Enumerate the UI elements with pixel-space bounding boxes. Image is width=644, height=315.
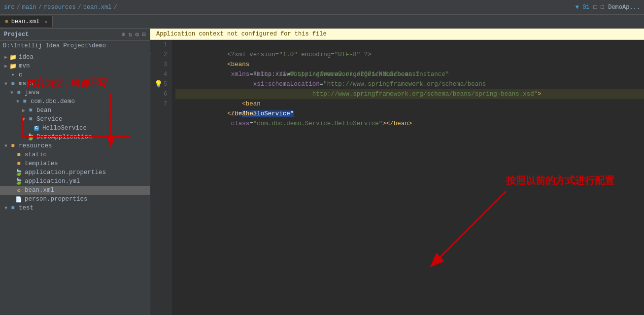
line-num-4: 4: [154, 70, 167, 79]
sidebar-item-mvn[interactable]: ▶ 📁 mvn: [0, 62, 150, 70]
sidebar-label-templates: templates: [25, 160, 58, 167]
main-layout: Project ⊕ ⇅ ⚙ ⊟ D:\Intellij Idea Project…: [0, 29, 644, 315]
app-name: DemoAp...: [608, 4, 640, 11]
line-num-7: ▼ 7: [154, 99, 167, 109]
line-num-1: 1: [154, 40, 167, 50]
sidebar-item-application-properties[interactable]: 🍃 application.properties: [0, 168, 150, 177]
folder-icon-com: ■: [21, 98, 29, 105]
xml-icon-bean-xml: ⚙: [15, 186, 23, 194]
code-lines: <?xml version="1.0" encoding="UTF-8" ?> …: [171, 40, 644, 315]
sidebar-label-hello-service: HelloService: [42, 125, 87, 132]
line1-pi: <?xml version="1.0" encoding="UTF-8" ?>: [227, 51, 372, 58]
sidebar-label-c: c: [19, 71, 23, 78]
folder-icon-c: ▪: [9, 71, 17, 79]
sidebar-item-bean-xml[interactable]: ⚙ bean.xml: [0, 186, 150, 195]
editor-area[interactable]: 1 ▼ 2 3 4 💡5 6 ▼ 7: [150, 40, 644, 315]
sidebar-item-static[interactable]: ■ static: [0, 150, 150, 159]
arrow-idea: ▶: [3, 54, 9, 60]
add-icon[interactable]: ⊕: [122, 31, 126, 38]
spring-icon-demo-app: 🍃: [27, 133, 34, 141]
folder-icon-mvn: 📁: [9, 62, 17, 70]
arrow-java: ▼: [9, 90, 15, 96]
folder-icon-idea: 📁: [9, 53, 17, 61]
props-icon-person: 📄: [15, 195, 23, 203]
sidebar-label-demo-app: DemoApplication: [36, 134, 92, 140]
sidebar-item-demo-application[interactable]: 🍃 DemoApplication: [0, 133, 150, 141]
sidebar-item-idea[interactable]: ▶ 📁 idea: [0, 53, 150, 62]
sidebar-label-mvn: mvn: [19, 63, 30, 70]
top-breadcrumb-bar: src / main / resources / bean.xml / ▼ 01…: [0, 0, 644, 15]
sidebar-title: Project: [4, 31, 29, 38]
sidebar-label-bean-xml: bean.xml: [25, 187, 54, 194]
sidebar-item-bean[interactable]: ▶ ■ bean: [0, 106, 150, 115]
sidebar-item-test[interactable]: ▼ ■ test: [0, 204, 150, 212]
arrow-service: ▼: [21, 117, 27, 122]
project-root[interactable]: D:\Intellij Idea Project\demo: [0, 41, 150, 51]
folder-icon-bean: ■: [27, 106, 34, 114]
arrow-main: ▼: [3, 81, 9, 87]
xml-file-icon: ⚙: [5, 18, 8, 25]
folder-icon-main: ■: [9, 80, 17, 88]
breadcrumb: src / main / resources / bean.xml /: [4, 4, 117, 11]
line-num-6: 6: [154, 89, 167, 99]
sidebar-tree: ▶ 📁 idea ▶ 📁 mvn ▪ c ▼ ■ main: [0, 51, 150, 315]
window-controls: □ □: [594, 4, 605, 11]
sidebar-item-person-properties[interactable]: 📄 person.properties: [0, 195, 150, 204]
sidebar-item-c[interactable]: ▪ c: [0, 70, 150, 79]
arrow-resources: ▼: [3, 143, 9, 149]
sidebar-item-application-yml[interactable]: 🍃 application.yml: [0, 177, 150, 186]
sidebar-header: Project ⊕ ⇅ ⚙ ⊟: [0, 29, 150, 41]
top-right-controls: ▼ 01 □ □ DemoAp...: [576, 4, 640, 11]
folder-icon-resources: ■: [9, 142, 17, 150]
class-icon-hello-service: C: [33, 124, 40, 132]
sidebar-item-resources[interactable]: ▼ ■ resources: [0, 141, 150, 150]
sidebar-label-main: main: [19, 80, 34, 87]
line-numbers: 1 ▼ 2 3 4 💡5 6 ▼ 7: [150, 40, 171, 315]
settings-icon[interactable]: ⚙: [135, 31, 139, 38]
line-num-2: ▼ 2: [154, 50, 167, 60]
sidebar-label-bean: bean: [36, 107, 51, 114]
arrow-mvn: ▶: [3, 63, 9, 69]
sync-icon[interactable]: ⇅: [129, 31, 133, 38]
line2-open: <beans: [227, 61, 249, 68]
collapse-icon[interactable]: ⊟: [142, 31, 146, 38]
spring-icon-app-props: 🍃: [15, 169, 23, 176]
spring-icon-app-yml: 🍃: [15, 177, 23, 185]
sidebar-item-com-dbc-demo[interactable]: ▼ ■ com.dbc.demo: [0, 97, 150, 106]
breadcrumb-file: bean.xml: [83, 4, 112, 11]
arrow-bean: ▶: [21, 107, 27, 113]
sidebar-label-idea: idea: [19, 54, 34, 61]
sidebar-item-hello-service[interactable]: C HelloService: [0, 124, 150, 133]
line-num-5: 💡5: [154, 79, 167, 89]
arrow-test: ▼: [3, 206, 9, 211]
sidebar-label-app-yml: application.yml: [25, 178, 80, 185]
code-editor: 1 ▼ 2 3 4 💡5 6 ▼ 7: [150, 40, 644, 315]
arrow-com-dbc-demo: ▼: [15, 99, 21, 105]
sidebar-label-java: java: [25, 89, 39, 96]
breadcrumb-resources: resources: [44, 4, 76, 11]
folder-icon-static: ■: [15, 151, 23, 159]
sidebar-item-main[interactable]: ▼ ■ main: [0, 79, 150, 88]
sidebar-item-templates[interactable]: ■ templates: [0, 159, 150, 168]
sidebar-item-java[interactable]: ▼ ■ java: [0, 88, 150, 97]
folder-icon-test: ■: [9, 204, 17, 212]
sidebar-label-person-props: person.properties: [25, 196, 88, 203]
sidebar-label-static: static: [25, 151, 47, 158]
vcs-indicator: ▼ 01: [576, 4, 590, 11]
folder-icon-service: ■: [27, 115, 34, 123]
tab-bar: ⚙ bean.xml ✕: [0, 15, 644, 29]
sidebar: Project ⊕ ⇅ ⚙ ⊟ D:\Intellij Idea Project…: [0, 29, 150, 315]
tab-label: bean.xml: [11, 18, 40, 25]
content-area: Application context not configured for t…: [150, 29, 644, 315]
sidebar-header-icons: ⊕ ⇅ ⚙ ⊟: [122, 31, 146, 38]
sidebar-label-test: test: [19, 205, 34, 211]
sidebar-label-resources: resources: [19, 142, 52, 149]
breadcrumb-main: main: [22, 4, 36, 11]
sidebar-item-service[interactable]: ▼ ■ Service: [0, 115, 150, 124]
tab-bean-xml[interactable]: ⚙ bean.xml ✕: [0, 16, 53, 27]
tab-close-button[interactable]: ✕: [44, 19, 47, 25]
folder-icon-templates: ■: [15, 160, 23, 168]
sidebar-label-com-dbc-demo: com.dbc.demo: [31, 98, 75, 105]
sidebar-label-app-props: application.properties: [25, 169, 106, 176]
folder-icon-java: ■: [15, 89, 23, 97]
